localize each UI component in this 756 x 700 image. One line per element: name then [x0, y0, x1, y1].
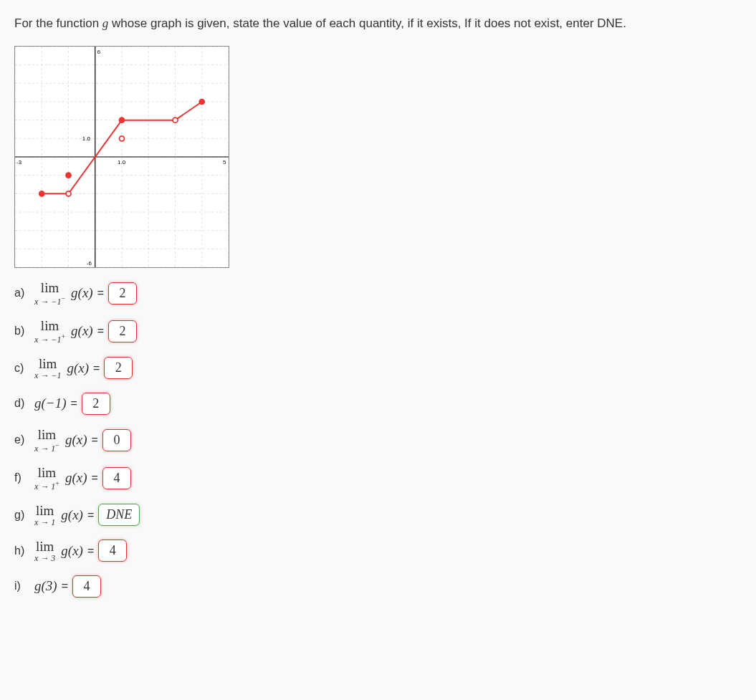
limit-notation: limx → 3: [34, 540, 55, 562]
question-label: g): [14, 509, 30, 522]
limit-sub: x → −1−: [34, 295, 65, 306]
limit-sub: x → 3: [34, 554, 55, 562]
svg-point-34: [39, 191, 44, 196]
question-row: c)limx → −1g(x)=2: [14, 357, 742, 380]
question-row: f)limx → 1+g(x)=4: [14, 466, 742, 491]
answer-input[interactable]: 2: [104, 357, 133, 379]
function-expression: g(3): [34, 578, 57, 594]
limit-word: lim: [41, 281, 59, 294]
answer-input[interactable]: 2: [108, 282, 137, 305]
question-row: d)g(−1)=2: [14, 393, 742, 415]
answer-input[interactable]: 2: [82, 393, 110, 415]
question-row: a)limx → −1−g(x)=2: [14, 281, 742, 306]
svg-text:5: 5: [223, 158, 226, 165]
function-expression: g(x): [61, 507, 83, 523]
function-expression: g(x): [61, 543, 83, 559]
svg-text:6: 6: [97, 48, 101, 54]
math-expression: limx → −1+g(x): [34, 319, 93, 344]
function-expression: g(x): [65, 432, 87, 448]
math-expression: limx → 1−g(x): [34, 428, 87, 453]
question-label: i): [14, 580, 30, 593]
question-label: f): [14, 471, 30, 484]
math-expression: limx → −1g(x): [34, 357, 89, 380]
limit-word: lim: [38, 428, 56, 441]
equals-sign: =: [87, 545, 94, 557]
svg-point-35: [66, 191, 71, 196]
svg-line-33: [176, 102, 202, 120]
question-row: b)limx → −1+g(x)=2: [14, 319, 742, 344]
question-list: a)limx → −1−g(x)=2b)limx → −1+g(x)=2c)li…: [14, 281, 742, 598]
math-expression: g(−1): [34, 395, 66, 411]
answer-input[interactable]: 0: [102, 429, 131, 451]
prompt-post: whose graph is given, state the value of…: [108, 16, 626, 30]
answer-input[interactable]: 4: [102, 467, 131, 489]
question-label: b): [14, 325, 30, 337]
equals-sign: =: [97, 325, 104, 337]
question-label: a): [14, 287, 30, 299]
question-label: h): [14, 545, 30, 557]
function-graph: -356-61.01.0: [14, 46, 229, 268]
function-expression: g(−1): [34, 395, 66, 411]
question-prompt: For the function g whose graph is given,…: [14, 14, 742, 33]
function-expression: g(x): [67, 360, 89, 376]
answer-input[interactable]: 4: [72, 575, 101, 598]
svg-point-37: [120, 118, 125, 123]
limit-sub: x → −1: [34, 371, 61, 380]
function-expression: g(x): [71, 285, 93, 301]
question-row: i)g(3)=4: [14, 575, 742, 598]
equals-sign: =: [70, 397, 77, 410]
svg-point-36: [66, 173, 71, 178]
limit-notation: limx → −1: [34, 357, 61, 380]
math-expression: limx → 3g(x): [34, 540, 83, 562]
limit-sub: x → −1+: [34, 333, 65, 344]
answer-input[interactable]: DNE: [98, 504, 140, 526]
answer-input[interactable]: 4: [98, 540, 127, 562]
equals-sign: =: [87, 509, 94, 522]
equals-sign: =: [93, 362, 100, 375]
limit-notation: limx → 1+: [34, 466, 59, 491]
math-expression: g(3): [34, 578, 57, 594]
limit-notation: limx → −1−: [34, 281, 65, 306]
svg-text:-6: -6: [87, 260, 92, 267]
limit-word: lim: [36, 540, 54, 553]
limit-sub: x → 1−: [34, 442, 59, 453]
equals-sign: =: [97, 287, 104, 299]
svg-point-38: [120, 135, 125, 140]
question-label: d): [14, 397, 30, 410]
svg-text:-3: -3: [16, 158, 22, 165]
math-expression: limx → 1+g(x): [34, 466, 87, 491]
question-label: c): [14, 362, 30, 375]
limit-sub: x → 1+: [34, 480, 59, 491]
prompt-pre: For the function: [14, 16, 102, 30]
limit-notation: limx → 1−: [34, 428, 59, 453]
limit-word: lim: [41, 319, 59, 332]
equals-sign: =: [92, 433, 98, 446]
limit-notation: limx → 1: [34, 504, 55, 527]
limit-word: lim: [39, 357, 57, 370]
function-expression: g(x): [65, 470, 87, 486]
question-row: g)limx → 1g(x)=DNE: [14, 504, 742, 527]
limit-sub: x → 1: [34, 518, 55, 527]
equals-sign: =: [92, 471, 98, 484]
svg-text:1.0: 1.0: [118, 158, 126, 165]
limit-word: lim: [38, 466, 56, 479]
function-expression: g(x): [71, 323, 93, 339]
svg-point-40: [199, 99, 204, 104]
question-label: e): [14, 433, 30, 446]
answer-input[interactable]: 2: [108, 320, 137, 342]
math-expression: limx → 1g(x): [34, 504, 83, 527]
question-row: h)limx → 3g(x)=4: [14, 540, 742, 562]
svg-point-39: [173, 118, 178, 123]
question-row: e)limx → 1−g(x)=0: [14, 428, 742, 453]
equals-sign: =: [62, 580, 68, 593]
graph-svg: -356-61.01.0: [15, 47, 229, 267]
limit-notation: limx → −1+: [34, 319, 65, 344]
svg-text:1.0: 1.0: [82, 135, 91, 142]
limit-word: lim: [36, 504, 54, 517]
math-expression: limx → −1−g(x): [34, 281, 93, 306]
